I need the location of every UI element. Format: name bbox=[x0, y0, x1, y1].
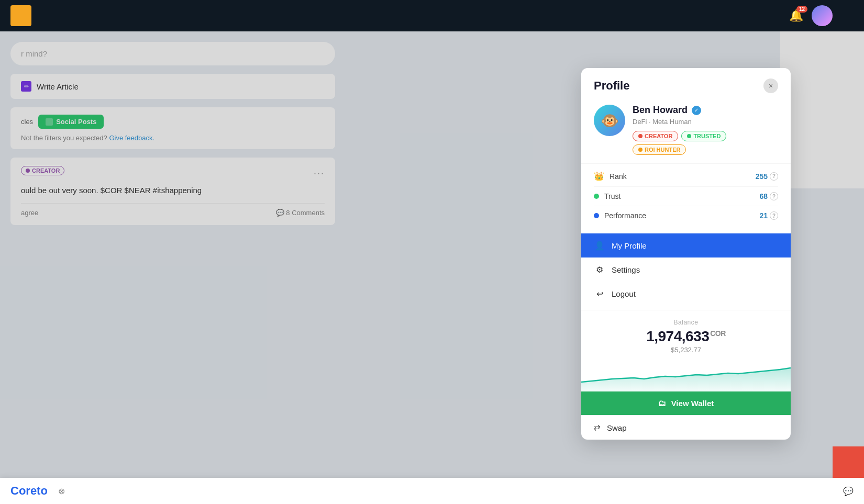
swap-label: Swap bbox=[607, 423, 627, 432]
balance-section: Balance 1,974,633COR $5,232.77 bbox=[581, 310, 791, 391]
profile-title: Profile bbox=[594, 79, 629, 93]
stat-rank-value: 255 ? bbox=[756, 172, 778, 181]
roi-dot bbox=[638, 148, 643, 152]
settings-label: Settings bbox=[612, 265, 640, 274]
swap-item[interactable]: ⇄ Swap bbox=[581, 415, 791, 440]
stat-performance-row: Performance 21 ? bbox=[594, 206, 778, 225]
rank-number: 255 bbox=[756, 172, 768, 181]
profile-name: Ben Howard bbox=[633, 105, 688, 116]
stat-performance-left: Performance bbox=[594, 211, 646, 220]
logout-label: Logout bbox=[612, 289, 636, 298]
notification-bell[interactable]: 🔔 12 bbox=[789, 9, 803, 23]
app-logo[interactable] bbox=[10, 5, 31, 26]
bottom-chat-icon[interactable]: 💬 bbox=[843, 486, 854, 496]
wallet-icon: 🗂 bbox=[658, 399, 666, 408]
menu-settings[interactable]: ⚙ Settings bbox=[581, 257, 791, 282]
menu-logout[interactable]: ↩ Logout bbox=[581, 282, 791, 306]
wallet-btn-label: View Wallet bbox=[671, 399, 714, 408]
trusted-badge-text: TRUSTED bbox=[693, 133, 721, 139]
trust-number: 68 bbox=[759, 192, 768, 200]
trust-help-icon[interactable]: ? bbox=[770, 192, 778, 200]
badge-roi: ROI HUNTER bbox=[633, 144, 686, 155]
navbar-right: 🔔 12 bbox=[789, 5, 833, 26]
profile-user-info: Ben Howard ✓ DeFi · Meta Human CREATOR T… bbox=[633, 105, 778, 155]
profile-subtitle: DeFi · Meta Human bbox=[633, 118, 778, 126]
badges-row: CREATOR TRUSTED ROI HUNTER bbox=[633, 131, 778, 155]
bottom-bar: Coreto ⊗ 💬 bbox=[0, 478, 864, 504]
red-corner-element bbox=[833, 446, 864, 478]
profile-panel: Profile × 🐵 Ben Howard ✓ DeFi · Meta Hum… bbox=[581, 68, 791, 440]
user-avatar[interactable] bbox=[812, 5, 833, 26]
settings-icon: ⚙ bbox=[594, 264, 605, 275]
view-wallet-button[interactable]: 🗂 View Wallet bbox=[581, 391, 791, 415]
bottom-logo: Coreto bbox=[10, 484, 48, 498]
stat-rank-row: 👑 Rank 255 ? bbox=[594, 166, 778, 187]
logout-icon: ↩ bbox=[594, 288, 605, 299]
menu-my-profile[interactable]: 👤 My Profile bbox=[581, 233, 791, 257]
trust-dot bbox=[594, 194, 599, 199]
bottom-close-icon[interactable]: ⊗ bbox=[58, 486, 65, 496]
profile-name-row: Ben Howard ✓ bbox=[633, 105, 778, 116]
rank-help-icon[interactable]: ? bbox=[770, 172, 778, 181]
stat-trust-row: Trust 68 ? bbox=[594, 187, 778, 206]
navbar: 🔔 12 bbox=[0, 0, 864, 31]
performance-number: 21 bbox=[759, 211, 768, 220]
my-profile-icon: 👤 bbox=[594, 240, 605, 251]
profile-panel-header: Profile × bbox=[581, 68, 791, 98]
performance-label: Performance bbox=[604, 211, 646, 220]
creator-badge-text: CREATOR bbox=[645, 133, 672, 139]
performance-help-icon[interactable]: ? bbox=[770, 211, 778, 220]
my-profile-label: My Profile bbox=[612, 241, 647, 250]
verified-icon: ✓ bbox=[692, 106, 701, 115]
notification-badge: 12 bbox=[796, 6, 807, 13]
sparkline-svg bbox=[581, 360, 791, 391]
stat-performance-value: 21 ? bbox=[759, 211, 778, 220]
balance-currency: COR bbox=[710, 329, 726, 338]
trusted-dot bbox=[687, 134, 691, 138]
balance-amount: 1,974,633COR bbox=[594, 328, 778, 345]
badge-trusted: TRUSTED bbox=[681, 131, 726, 141]
menu-section: 👤 My Profile ⚙ Settings ↩ Logout bbox=[581, 229, 791, 310]
rank-icon: 👑 bbox=[594, 171, 604, 181]
profile-avatar: 🐵 bbox=[594, 105, 625, 136]
swap-icon: ⇄ bbox=[594, 423, 601, 432]
close-button[interactable]: × bbox=[763, 79, 778, 93]
profile-user-section: 🐵 Ben Howard ✓ DeFi · Meta Human CREATOR… bbox=[581, 98, 791, 163]
balance-label: Balance bbox=[594, 319, 778, 326]
trust-label: Trust bbox=[604, 192, 621, 200]
rank-label: Rank bbox=[610, 172, 627, 181]
sparkline-chart bbox=[581, 360, 791, 391]
balance-usd: $5,232.77 bbox=[594, 346, 778, 354]
creator-dot bbox=[638, 134, 643, 138]
roi-badge-text: ROI HUNTER bbox=[645, 147, 680, 153]
stats-section: 👑 Rank 255 ? Trust 68 ? Performance bbox=[581, 163, 791, 229]
stat-trust-value: 68 ? bbox=[759, 192, 778, 200]
balance-number: 1,974,633 bbox=[646, 328, 709, 344]
performance-dot bbox=[594, 213, 599, 218]
badge-creator: CREATOR bbox=[633, 131, 678, 141]
stat-rank-left: 👑 Rank bbox=[594, 171, 627, 181]
stat-trust-left: Trust bbox=[594, 192, 621, 200]
